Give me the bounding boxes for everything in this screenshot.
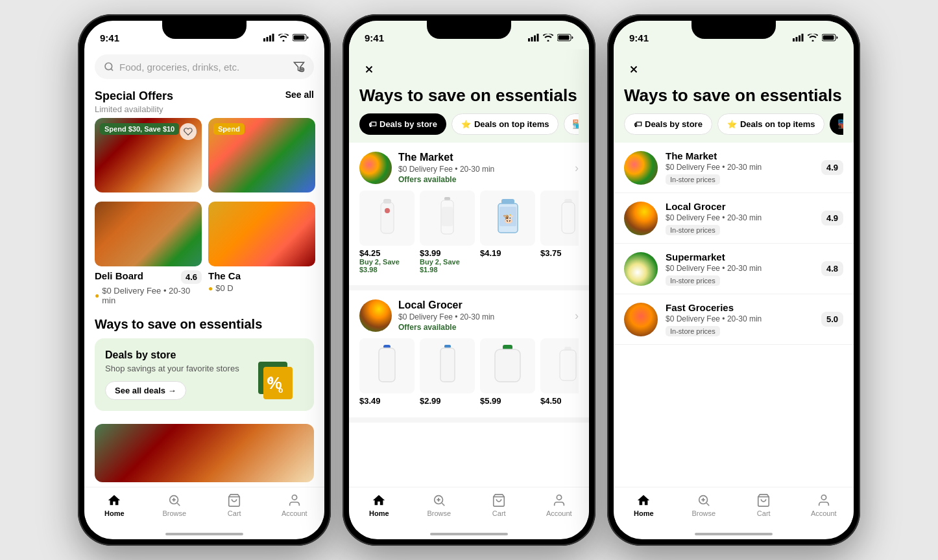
- restaurant-card-1[interactable]: Deli Board 4.6 ● $0 Delivery Fee • 20-30…: [95, 202, 202, 305]
- filter-tab-top-3[interactable]: ⭐ Deals on top items: [717, 113, 825, 135]
- see-deals-button[interactable]: See all deals →: [105, 381, 186, 400]
- phone-3: 9:41 Ways to save on essentials 🏷 Deals …: [607, 14, 860, 546]
- scroll-area-2[interactable]: The Market $0 Delivery Fee • 20-30 min O…: [349, 143, 589, 487]
- filter-tab-store-icon-2[interactable]: 🏪: [564, 113, 579, 135]
- product-grocer-3[interactable]: $5.99: [480, 338, 535, 406]
- nav-home-2[interactable]: Home: [359, 493, 398, 517]
- offer-heart-1[interactable]: [180, 123, 197, 140]
- store-list-name-0: The Market: [666, 150, 813, 161]
- svg-rect-24: [383, 200, 391, 204]
- svg-rect-18: [534, 36, 536, 42]
- product-market-4[interactable]: $3.75: [540, 191, 579, 274]
- store-list-item-3[interactable]: Fast Groceries $0 Delivery Fee • 20-30 m…: [614, 294, 854, 345]
- store-market-avatar: [359, 152, 392, 184]
- home-icon-2: [371, 493, 387, 508]
- store-list-meta-2: $0 Delivery Fee • 20-30 min: [666, 264, 813, 273]
- scroll-area-3[interactable]: The Market $0 Delivery Fee • 20-30 min I…: [614, 143, 854, 487]
- home-indicator-2: [430, 533, 508, 535]
- nav-cart-1[interactable]: Cart: [215, 493, 254, 517]
- filter-tab-deals-by-store-2[interactable]: 🏷 Deals by store: [359, 113, 446, 135]
- store-market-info[interactable]: The Market $0 Delivery Fee • 20-30 min O…: [359, 152, 494, 184]
- product-grocer-2[interactable]: $2.99: [420, 338, 475, 406]
- product-img-market-3: 🐮: [480, 191, 535, 246]
- store-list-item-0[interactable]: The Market $0 Delivery Fee • 20-30 min I…: [614, 143, 854, 193]
- status-icons-1: [263, 34, 309, 41]
- store-grocer-info[interactable]: Local Grocer $0 Delivery Fee • 20-30 min…: [359, 299, 494, 332]
- product-market-3[interactable]: 🐮 $4.19: [480, 191, 535, 274]
- offer-card-1[interactable]: Spend $30, Save $10: [95, 118, 202, 192]
- nav-home-3[interactable]: Home: [624, 493, 663, 517]
- restaurant-card-2[interactable]: The Ca ● $0 D: [208, 202, 315, 305]
- nav-cart-label-2: Cart: [492, 509, 506, 517]
- product-market-2[interactable]: $3.99 Buy 2, Save $1.98: [420, 191, 475, 274]
- store-list-item-1[interactable]: Local Grocer $0 Delivery Fee • 20-30 min…: [614, 193, 854, 244]
- close-button-3[interactable]: [624, 60, 643, 79]
- filter-icon: [293, 61, 305, 73]
- in-store-badge-0: In-store prices: [666, 174, 720, 185]
- product-deal-m2: Buy 2, Save $1.98: [420, 258, 475, 274]
- restaurant-meta-1: ● $0 Delivery Fee • 20-30 min: [95, 286, 202, 305]
- store-icon-2: 🏪: [572, 119, 579, 129]
- offers-row: Spend $30, Save $10 Spend: [84, 118, 324, 192]
- nav-cart-2[interactable]: Cart: [479, 493, 518, 517]
- search-bar[interactable]: Food, groceries, drinks, etc.: [95, 54, 314, 79]
- offer-card-2[interactable]: Spend: [208, 118, 315, 192]
- home-indicator-3: [695, 533, 773, 535]
- star-icon-3: ⭐: [727, 120, 737, 129]
- in-store-badge-2: In-store prices: [666, 275, 720, 286]
- svg-text:o: o: [269, 374, 273, 383]
- ways-title: Ways to save on essentials: [95, 317, 314, 332]
- product-price-m2: $3.99: [420, 248, 475, 258]
- product-grocer-1[interactable]: $3.49: [359, 338, 415, 406]
- wifi-icon-2: [543, 34, 553, 41]
- nav-cart-3[interactable]: Cart: [744, 493, 783, 517]
- star-icon-2: ⭐: [461, 120, 471, 129]
- wifi-icon: [278, 34, 289, 41]
- nav-browse-1[interactable]: Browse: [155, 493, 194, 517]
- status-time-3: 9:41: [629, 32, 649, 43]
- account-icon-1: [287, 493, 302, 508]
- battery-icon-2: [557, 34, 573, 41]
- nav-home-1[interactable]: Home: [95, 493, 134, 517]
- product-grocer-4[interactable]: $4.50: [540, 338, 579, 406]
- svg-rect-16: [528, 38, 530, 41]
- svg-rect-47: [796, 37, 798, 41]
- store-market-name: The Market: [398, 152, 494, 163]
- svg-point-25: [385, 208, 390, 213]
- filter-tab-deals-3[interactable]: 🏷 Deals by store: [624, 113, 712, 135]
- product-market-1[interactable]: $4.25 Buy 2, Save $3.98: [359, 191, 415, 274]
- close-button-2[interactable]: [359, 60, 379, 79]
- see-all-offers[interactable]: See all: [285, 89, 314, 100]
- store-list-item-2[interactable]: Supermarket $0 Delivery Fee • 20-30 min …: [614, 244, 854, 294]
- svg-rect-23: [381, 202, 394, 233]
- product-price-m4: $3.75: [540, 248, 579, 258]
- svg-point-54: [821, 495, 826, 500]
- in-store-badge-1: In-store prices: [666, 225, 720, 235]
- nav-account-2[interactable]: Account: [540, 493, 579, 517]
- battery-icon-3: [822, 34, 838, 41]
- scroll-area-1[interactable]: Food, groceries, drinks, etc. Special Of…: [84, 49, 324, 487]
- nav-account-1[interactable]: Account: [275, 493, 314, 517]
- product-img-grocer-3: [480, 338, 535, 393]
- modal-title-2: Ways to save on essentials: [359, 86, 579, 106]
- filter-tab-top-items-2[interactable]: ⭐ Deals on top items: [451, 113, 559, 135]
- special-offers-header: Special Offers Limited availability See …: [84, 84, 324, 118]
- bottom-nav-2: Home Browse Cart: [349, 487, 589, 530]
- store-list-name-2: Supermarket: [666, 251, 813, 262]
- nav-account-label-1: Account: [282, 509, 307, 517]
- svg-rect-21: [559, 36, 570, 40]
- store-list-3: The Market $0 Delivery Fee • 20-30 min I…: [614, 143, 854, 345]
- store-list-avatar-1: [624, 202, 658, 235]
- wifi-icon-3: [808, 34, 818, 41]
- svg-point-45: [557, 495, 561, 500]
- filter-tab-store-3[interactable]: 🏪: [830, 113, 843, 135]
- deals-card[interactable]: Deals by store Shop savings at your favo…: [95, 338, 314, 411]
- cart-icon-2: [491, 493, 507, 508]
- status-icons-2: [528, 34, 573, 41]
- store-list-avatar-3: [624, 303, 658, 336]
- nav-browse-2[interactable]: Browse: [420, 493, 459, 517]
- deals-card-title: Deals by store: [105, 349, 239, 361]
- tag-icon-3: 🏷: [634, 120, 642, 129]
- nav-account-3[interactable]: Account: [804, 493, 843, 517]
- nav-browse-3[interactable]: Browse: [684, 493, 723, 517]
